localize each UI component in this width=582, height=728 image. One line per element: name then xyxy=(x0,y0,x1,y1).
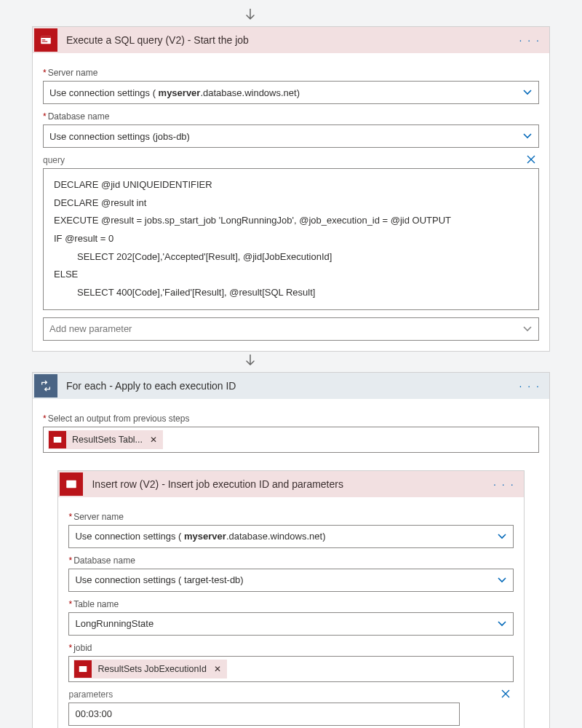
query-textarea[interactable]: DECLARE @jid UNIQUEIDENTIFIER DECLARE @r… xyxy=(43,168,539,310)
table-name-label: Table name xyxy=(68,599,513,609)
action-header[interactable]: Execute a SQL query (V2) - Start the job… xyxy=(33,27,549,53)
database-name-label: Database name xyxy=(43,111,539,122)
sql-icon xyxy=(60,472,83,496)
action-menu-button[interactable]: · · · xyxy=(518,34,542,46)
parameters-input[interactable]: 00:03:00 xyxy=(68,703,460,726)
action-header[interactable]: Insert row (V2) - Insert job execution I… xyxy=(58,471,523,497)
action-title: For each - Apply to each execution ID xyxy=(66,380,518,392)
action-card-insert-row: Insert row (V2) - Insert job execution I… xyxy=(57,470,524,728)
svg-rect-3 xyxy=(42,41,48,42)
token-jobexecutionid[interactable]: ResultSets JobExecutionId ✕ xyxy=(73,660,226,678)
svg-rect-4 xyxy=(54,437,62,443)
svg-rect-5 xyxy=(67,480,77,488)
add-new-parameter-dropdown[interactable]: Add new parameter xyxy=(43,317,539,341)
parameters-label: parameters xyxy=(68,689,113,700)
flow-arrow-icon xyxy=(243,6,258,26)
action-title: Execute a SQL query (V2) - Start the job xyxy=(66,34,518,46)
table-name-dropdown[interactable]: LongRunningState xyxy=(68,612,513,636)
jobid-label: jobid xyxy=(68,643,513,653)
chevron-down-icon xyxy=(522,324,533,334)
action-header[interactable]: For each - Apply to each execution ID · … xyxy=(33,373,549,399)
token-resultsets-table[interactable]: ResultSets Tabl... ✕ xyxy=(48,430,163,449)
svg-rect-6 xyxy=(79,666,87,672)
select-output-label: Select an output from previous steps xyxy=(43,414,539,424)
server-name-label: Server name xyxy=(43,68,539,78)
chevron-down-icon xyxy=(497,619,507,629)
database-name-dropdown[interactable]: Use connection settings (jobs-db) xyxy=(43,124,539,148)
action-title: Insert row (V2) - Insert job execution I… xyxy=(92,478,492,490)
chevron-down-icon xyxy=(497,531,507,542)
flow-arrow-icon xyxy=(243,352,258,372)
svg-rect-1 xyxy=(41,36,51,38)
action-card-foreach: For each - Apply to each execution ID · … xyxy=(32,372,550,728)
sql-icon xyxy=(74,660,92,678)
server-name-label: Server name xyxy=(68,512,513,522)
svg-rect-2 xyxy=(42,39,46,40)
clear-query-button[interactable] xyxy=(523,154,539,168)
server-name-dropdown[interactable]: Use connection settings ( myserver.datab… xyxy=(43,81,539,104)
server-name-dropdown[interactable]: Use connection settings ( myserver.datab… xyxy=(68,525,513,548)
database-name-dropdown[interactable]: Use connection settings ( target-test-db… xyxy=(68,569,513,592)
sql-icon xyxy=(49,431,66,448)
foreach-icon xyxy=(34,374,57,397)
chevron-down-icon xyxy=(497,575,507,585)
token-remove-button[interactable]: ✕ xyxy=(150,435,157,445)
jobid-input[interactable]: ResultSets JobExecutionId ✕ xyxy=(68,656,513,682)
query-label: query xyxy=(43,155,65,165)
select-output-input[interactable]: ResultSets Tabl... ✕ xyxy=(43,427,539,453)
sql-icon xyxy=(34,28,57,52)
action-menu-button[interactable]: · · · xyxy=(518,380,542,392)
action-menu-button[interactable]: · · · xyxy=(492,478,516,490)
token-remove-button[interactable]: ✕ xyxy=(214,664,221,674)
chevron-down-icon xyxy=(522,87,533,98)
clear-parameters-button[interactable] xyxy=(498,689,514,703)
database-name-label: Database name xyxy=(68,555,513,566)
action-card-execute-sql: Execute a SQL query (V2) - Start the job… xyxy=(32,26,550,352)
chevron-down-icon xyxy=(522,131,533,141)
